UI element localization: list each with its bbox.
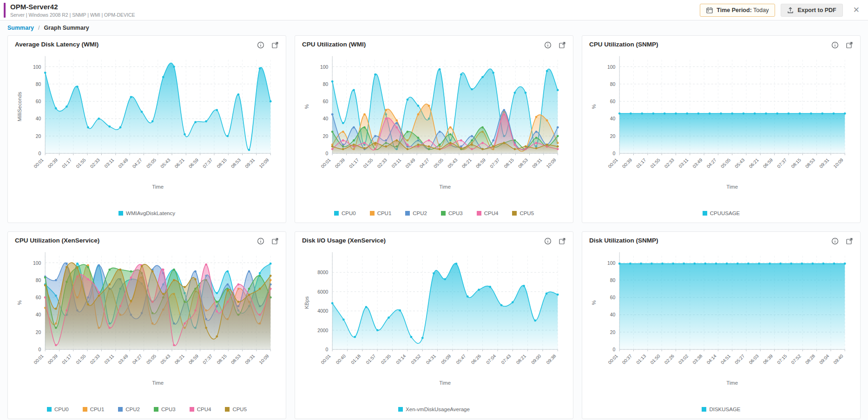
legend-item[interactable]: DISKUSAGE — [702, 407, 740, 412]
legend-item[interactable]: CPU5 — [225, 407, 247, 412]
open-external-icon[interactable] — [846, 41, 853, 49]
data-point — [76, 85, 79, 88]
legend-item[interactable]: CPU2 — [118, 407, 140, 412]
x-tick-label: 06:26 — [470, 353, 482, 365]
data-point — [672, 262, 674, 265]
data-point — [801, 262, 803, 265]
legend-label: CPU0 — [54, 407, 69, 412]
y-axis-label: % — [591, 300, 597, 305]
data-point — [630, 112, 632, 115]
breadcrumb-current: Graph Summary — [44, 25, 89, 31]
data-point — [385, 109, 387, 112]
info-icon[interactable] — [544, 41, 552, 49]
data-point — [513, 92, 516, 94]
open-external-icon[interactable] — [271, 237, 279, 245]
info-icon[interactable] — [257, 237, 264, 245]
data-point — [618, 112, 621, 115]
y-tick-label: 100 — [607, 261, 616, 266]
x-tick-label: 04:27 — [132, 354, 143, 365]
data-point — [353, 89, 355, 92]
legend-item[interactable]: WMIAvgDiskLatency — [118, 210, 175, 216]
close-icon[interactable]: ✕ — [853, 5, 860, 15]
y-tick-label: 100 — [33, 261, 41, 266]
data-point — [664, 112, 666, 115]
data-point — [342, 139, 344, 142]
info-icon[interactable] — [257, 41, 264, 49]
data-point — [675, 112, 677, 115]
data-point — [130, 96, 132, 98]
open-external-icon[interactable] — [559, 237, 566, 245]
data-point — [433, 272, 435, 275]
info-icon[interactable] — [831, 41, 839, 49]
y-tick-label: 20 — [323, 134, 329, 139]
data-point — [259, 67, 261, 70]
data-point — [87, 303, 89, 306]
time-period-label: Time Period: — [717, 7, 751, 13]
open-external-icon[interactable] — [271, 41, 279, 49]
legend-item[interactable]: CPU4 — [477, 210, 499, 216]
legend-item[interactable]: CPU0 — [334, 210, 356, 216]
legend-swatch — [370, 211, 375, 216]
data-point — [87, 126, 89, 129]
x-tick-label: 03:49 — [691, 157, 704, 169]
x-tick-label: 03:11 — [678, 158, 690, 169]
x-tick-label: 10:09 — [832, 157, 844, 169]
device-accent-bar — [4, 3, 6, 18]
x-axis-label: Time — [439, 380, 451, 386]
time-period-value: Today — [753, 7, 769, 13]
data-point — [833, 262, 835, 265]
open-external-icon[interactable] — [846, 237, 853, 245]
x-tick-label: 04:27 — [706, 158, 717, 169]
x-tick-label: 03:49 — [117, 353, 129, 365]
legend-item[interactable]: CPU4 — [190, 407, 211, 412]
y-axis-label: % — [17, 300, 22, 305]
data-point — [108, 269, 111, 271]
data-point — [492, 72, 494, 74]
data-point — [455, 262, 458, 265]
legend-item[interactable]: Xen-vmDiskUsageAverage — [398, 407, 470, 412]
x-tick-label: 03:49 — [404, 157, 416, 169]
y-tick-label: 40 — [323, 116, 329, 121]
x-tick-label: 02:33 — [89, 353, 101, 365]
data-point — [162, 293, 164, 295]
legend-item[interactable]: CPU2 — [405, 210, 427, 216]
legend-item[interactable]: CPU3 — [154, 407, 176, 412]
data-point — [535, 116, 538, 118]
x-tick-label: 09:31 — [244, 158, 256, 169]
export-pdf-label: Export to PDF — [797, 7, 836, 13]
chart-title: CPU Utilization (XenService) — [15, 237, 99, 244]
y-tick-label: 0 — [613, 151, 616, 156]
data-point — [354, 336, 356, 338]
x-tick-label: 00:40 — [335, 353, 347, 365]
x-tick-label: 02:26 — [664, 353, 676, 365]
data-point — [259, 272, 261, 275]
time-period-button[interactable]: Time Period: Today — [700, 4, 775, 17]
data-point — [417, 144, 420, 146]
legend-item[interactable]: CPU3 — [441, 210, 463, 216]
legend-item[interactable]: CPU1 — [83, 407, 105, 412]
data-point — [130, 300, 132, 302]
open-external-icon[interactable] — [559, 41, 566, 49]
data-point — [460, 73, 462, 76]
legend-item[interactable]: CPU1 — [370, 210, 392, 216]
data-point — [535, 147, 538, 150]
chart-card: CPU Utilization (XenService) 020 — [7, 231, 286, 419]
breadcrumb: Summary / Graph Summary — [0, 20, 868, 34]
info-icon[interactable] — [544, 237, 552, 245]
legend-item[interactable]: CPU0 — [47, 407, 69, 412]
data-point — [481, 126, 484, 129]
info-icon[interactable] — [831, 237, 839, 245]
x-tick-label: 08:15 — [216, 353, 228, 365]
data-point — [395, 119, 398, 122]
data-point — [205, 327, 207, 329]
x-tick-label: 00:01 — [320, 158, 331, 169]
data-point — [162, 76, 164, 79]
breadcrumb-summary-link[interactable]: Summary — [7, 25, 34, 31]
x-tick-label: 10:09 — [258, 157, 270, 169]
export-pdf-button[interactable]: Export to PDF — [781, 4, 842, 17]
legend-swatch — [405, 211, 410, 216]
chart-plot: 02040608010000:0100:3901:1701:5502:3303:… — [589, 52, 853, 192]
legend-item[interactable]: CPU5 — [512, 210, 534, 216]
x-tick-label: 05:27 — [734, 354, 745, 365]
legend-item[interactable]: CPUUSAGE — [703, 210, 740, 216]
